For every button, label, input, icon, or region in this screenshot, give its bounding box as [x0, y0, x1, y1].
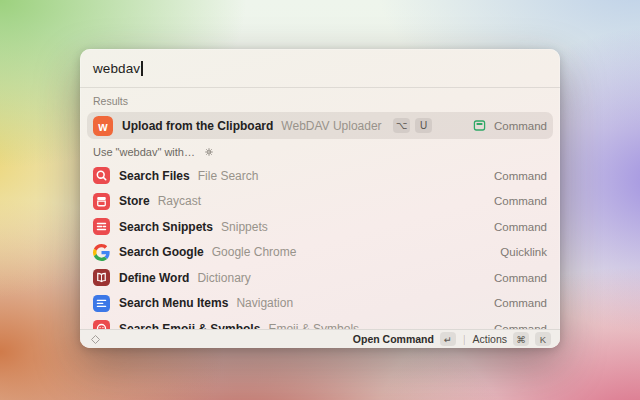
suggestion-type-label: Command [494, 221, 547, 233]
suggestion-subtitle: Dictionary [197, 271, 250, 285]
gear-icon[interactable] [203, 146, 215, 158]
suggestion-row[interactable]: Search Google Google Chrome Quicklink [87, 240, 553, 266]
footer-bar: Open Command ↵ | Actions ⌘ K [80, 329, 560, 348]
suggestion-row[interactable]: Search Snippets Snippets Command [87, 214, 553, 240]
result-list: Results w Upload from the Clipboard WebD… [80, 88, 560, 342]
file-search-icon [93, 167, 110, 184]
suggestion-row[interactable]: Search Menu Items Navigation Command [87, 291, 553, 317]
suggestion-title: Search Files [119, 169, 190, 183]
result-type-label: Command [472, 118, 547, 133]
text-cursor [141, 61, 143, 76]
suggestion-type-label: Command [494, 297, 547, 309]
suggestion-type-label: Quicklink [500, 246, 547, 258]
suggestion-subtitle: Google Chrome [212, 245, 297, 259]
suggestion-list: Search Files File Search Command Store R… [87, 163, 553, 342]
suggestion-title: Store [119, 194, 150, 208]
store-icon [93, 193, 110, 210]
open-command-button[interactable]: Open Command [353, 333, 434, 345]
suggestion-row[interactable]: Store Raycast Command [87, 189, 553, 215]
return-key: ↵ [440, 332, 456, 346]
u-key: U [415, 118, 432, 133]
suggestion-subtitle: File Search [198, 169, 259, 183]
suggestion-title: Search Snippets [119, 220, 213, 234]
result-title: Upload from the Clipboard [122, 119, 273, 133]
launcher-window: webdav Results w Upload from the Clipboa… [80, 49, 560, 348]
google-icon [93, 244, 110, 261]
suggestion-type-label: Command [494, 170, 547, 182]
dictionary-icon [93, 269, 110, 286]
search-input-value: webdav [93, 61, 140, 76]
suggestion-row[interactable]: Search Files File Search Command [87, 163, 553, 189]
command-icon [472, 118, 487, 133]
use-with-section-header: Use "webdav" with… [87, 139, 553, 163]
suggestion-title: Define Word [119, 271, 189, 285]
webdav-uploader-icon: w [93, 116, 113, 136]
suggestion-title: Search Google [119, 245, 204, 259]
k-key: K [535, 332, 551, 346]
actions-button[interactable]: Actions [473, 333, 507, 345]
suggestion-type-label: Command [494, 195, 547, 207]
suggestion-title: Search Menu Items [119, 296, 228, 310]
suggestion-type-label: Command [494, 272, 547, 284]
results-section-header: Results [87, 92, 553, 112]
use-with-label: Use "webdav" with… [93, 146, 195, 158]
suggestion-subtitle: Raycast [158, 194, 201, 208]
menu-items-icon [93, 295, 110, 312]
suggestion-subtitle: Snippets [221, 220, 268, 234]
snippets-icon [93, 218, 110, 235]
option-key: ⌥ [393, 118, 411, 133]
footer-divider: | [462, 334, 467, 345]
suggestion-row[interactable]: Define Word Dictionary Command [87, 265, 553, 291]
result-row-selected[interactable]: w Upload from the Clipboard WebDAV Uploa… [87, 112, 553, 139]
cmd-key: ⌘ [513, 332, 529, 346]
suggestion-subtitle: Navigation [236, 296, 293, 310]
svg-text:w: w [97, 119, 108, 133]
raycast-logo-icon [89, 333, 102, 346]
result-subtitle: WebDAV Uploader [281, 119, 381, 133]
search-input[interactable]: webdav [80, 49, 560, 88]
shortcut-keys: ⌥ U [388, 118, 433, 133]
